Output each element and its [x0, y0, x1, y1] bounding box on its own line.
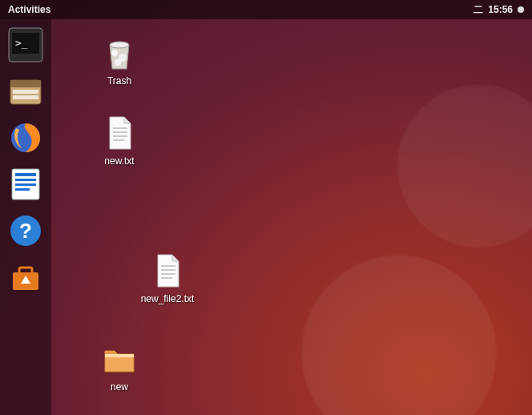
activities-button[interactable]: Activities — [8, 4, 50, 15]
weekday-glyph: 二 — [474, 3, 483, 17]
launcher-firefox[interactable] — [8, 120, 43, 155]
desktop-icon-label: new.txt — [83, 155, 155, 167]
launcher-writer[interactable] — [8, 167, 43, 202]
launcher-help[interactable]: ? — [8, 213, 43, 248]
text-file-icon — [100, 114, 139, 152]
desktop[interactable]: Trash new.txt new_file2.txt new — [51, 19, 532, 415]
text-file-icon — [148, 252, 187, 290]
folder-icon — [100, 340, 139, 378]
desktop-icon-label: new — [83, 381, 155, 393]
svg-rect-4 — [10, 80, 41, 87]
svg-rect-5 — [13, 90, 38, 94]
svg-rect-16 — [19, 268, 32, 274]
desktop-icon-label: Trash — [83, 75, 155, 87]
launcher-software[interactable] — [8, 260, 43, 295]
desktop-icon-label: new_file2.txt — [131, 293, 204, 304]
launcher-terminal[interactable]: >_ — [8, 27, 43, 62]
desktop-icon-new-file2[interactable]: new_file2.txt — [131, 252, 204, 304]
clock: 15:56 — [488, 4, 513, 15]
svg-text:>_: >_ — [15, 37, 28, 49]
launcher-files[interactable] — [8, 74, 43, 109]
svg-rect-6 — [13, 95, 38, 99]
svg-point-18 — [111, 50, 118, 56]
desktop-icon-new-folder[interactable]: new — [83, 340, 155, 393]
desktop-icon-trash[interactable]: Trash — [83, 34, 155, 87]
desktop-icon-new-txt[interactable]: new.txt — [83, 114, 155, 167]
launcher-dock: >_ ? — [0, 19, 51, 415]
status-area[interactable]: 二 15:56 — [474, 3, 524, 17]
status-indicator-icon — [518, 6, 524, 13]
svg-text:?: ? — [19, 219, 32, 243]
trash-icon — [100, 34, 139, 72]
svg-rect-12 — [15, 188, 30, 191]
svg-rect-9 — [15, 173, 36, 176]
svg-rect-11 — [15, 183, 36, 186]
svg-rect-10 — [15, 179, 36, 181]
svg-rect-29 — [105, 354, 134, 357]
top-bar: Activities 二 15:56 — [0, 0, 532, 19]
svg-point-20 — [115, 59, 121, 66]
svg-point-17 — [110, 42, 129, 48]
